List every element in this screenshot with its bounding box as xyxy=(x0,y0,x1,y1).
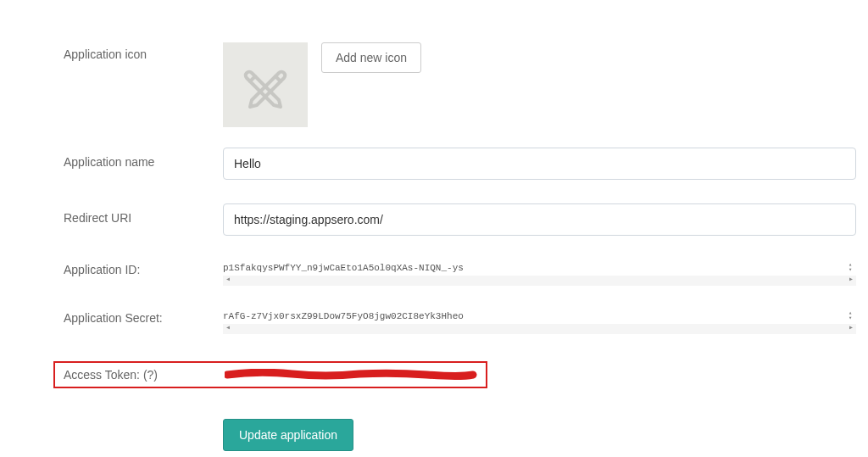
stepper-icon[interactable]: ▴▾ xyxy=(844,309,856,321)
row-redirect-uri: Redirect URI xyxy=(64,203,856,236)
row-application-id: Application ID: p1SfakqysPWfYY_n9jwCaEto… xyxy=(64,263,856,286)
horizontal-scrollbar[interactable] xyxy=(223,324,856,334)
redirect-uri-input[interactable] xyxy=(223,203,856,236)
label-access-token: Access Token: (?) xyxy=(64,368,225,382)
application-id-readonly[interactable]: p1SfakqysPWfYY_n9jwCaEto1A5ol0qXAs-NIQN_… xyxy=(223,263,856,286)
row-application-icon: Application icon Add new icon xyxy=(64,42,856,127)
application-secret-readonly[interactable]: rAfG-z7Vjx0rsxZ99LDow75FyO8jgw02CI8eYk3H… xyxy=(223,311,856,334)
label-application-icon: Application icon xyxy=(64,42,223,61)
access-token-redacted xyxy=(225,369,477,381)
application-secret-value: rAfG-z7Vjx0rsxZ99LDow75FyO8jgw02CI8eYk3H… xyxy=(223,311,843,324)
row-submit: Update application xyxy=(64,419,856,451)
label-redirect-uri: Redirect URI xyxy=(64,203,223,225)
icon-preview xyxy=(223,42,308,127)
row-application-secret: Application Secret: rAfG-z7Vjx0rsxZ99LDo… xyxy=(64,311,856,334)
row-access-token: Access Token: (?) xyxy=(64,361,856,388)
label-application-secret: Application Secret: xyxy=(64,311,223,325)
update-application-button[interactable]: Update application xyxy=(223,419,353,451)
application-name-input[interactable] xyxy=(223,148,856,180)
icon-content: Add new icon xyxy=(223,42,856,127)
label-application-name: Application name xyxy=(64,148,223,169)
add-new-icon-button[interactable]: Add new icon xyxy=(321,42,421,73)
label-application-id: Application ID: xyxy=(64,263,223,276)
stepper-icon[interactable]: ▴▾ xyxy=(844,261,856,273)
access-token-highlight: Access Token: (?) xyxy=(53,361,487,388)
application-form: Application icon Add new icon Applicatio… xyxy=(64,42,856,451)
row-application-name: Application name xyxy=(64,148,856,180)
application-id-value: p1SfakqysPWfYY_n9jwCaEto1A5ol0qXAs-NIQN_… xyxy=(223,263,843,276)
placeholder-icon xyxy=(242,61,289,109)
horizontal-scrollbar[interactable] xyxy=(223,276,856,286)
